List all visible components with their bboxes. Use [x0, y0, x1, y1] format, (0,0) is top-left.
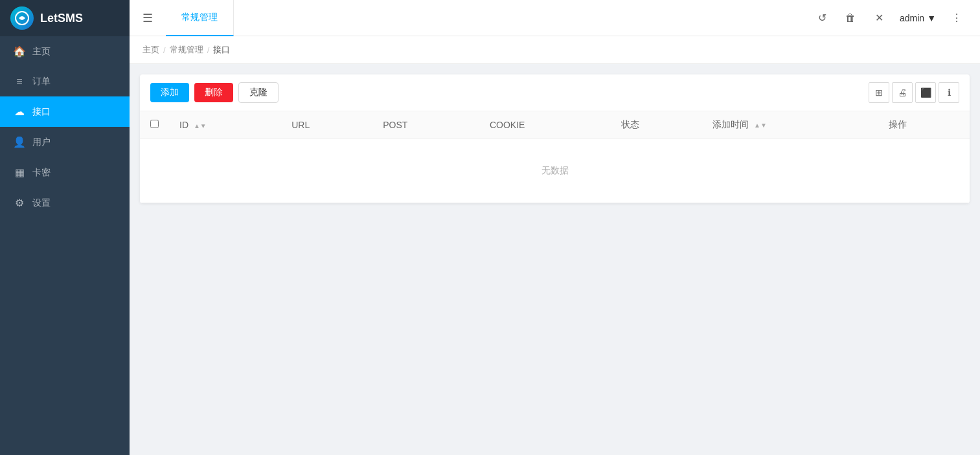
- sidebar-item-interface[interactable]: ☁ 接口: [0, 96, 130, 127]
- header-tab-label: 常规管理: [181, 12, 218, 23]
- time-sort-arrows[interactable]: ▲▼: [754, 122, 767, 129]
- menu-toggle-icon: ☰: [142, 11, 153, 25]
- close-icon: ✕: [875, 12, 883, 24]
- sidebar-item-order[interactable]: ≡ 订单: [0, 67, 130, 96]
- delete-batch-button[interactable]: 删除: [194, 83, 233, 102]
- admin-dropdown[interactable]: admin ▼: [895, 10, 941, 26]
- close-button[interactable]: ✕: [866, 5, 892, 31]
- sidebar-label-user: 用户: [32, 137, 51, 148]
- th-id: ID ▲▼: [169, 111, 281, 139]
- add-button[interactable]: 添加: [150, 83, 189, 102]
- breadcrumb-section[interactable]: 常规管理: [170, 44, 203, 56]
- empty-text: 无数据: [541, 165, 569, 175]
- sidebar: LetSMS 🏠 主页 ≡ 订单 ☁ 接口 👤 用户 ▦ 卡密 ⚙ 设置: [0, 0, 130, 455]
- grid-icon: ⊞: [875, 87, 883, 98]
- refresh-button[interactable]: ↺: [809, 5, 835, 31]
- interface-icon: ☁: [13, 105, 26, 118]
- header-actions: ↺ 🗑 ✕ admin ▼ ⋮: [809, 5, 980, 31]
- breadcrumb: 主页 / 常规管理 / 接口: [130, 36, 980, 64]
- refresh-icon: ↺: [818, 12, 826, 24]
- clone-button[interactable]: 克隆: [238, 82, 279, 103]
- main-card: 添加 删除 克隆 ⊞ 🖨 ⬛ ℹ: [140, 74, 970, 203]
- th-action: 操作: [878, 111, 970, 139]
- breadcrumb-sep-1: /: [163, 45, 166, 55]
- user-icon: 👤: [13, 136, 26, 148]
- app-name: LetSMS: [40, 12, 83, 25]
- delete-button[interactable]: 🗑: [838, 5, 863, 31]
- th-post-label: POST: [383, 120, 407, 130]
- th-url-label: URL: [291, 120, 310, 130]
- home-icon: 🏠: [13, 45, 26, 58]
- data-table: ID ▲▼ URL POST COOKIE: [140, 111, 970, 203]
- header: ☰ 常规管理 ↺ 🗑 ✕ admin ▼ ⋮: [130, 0, 980, 36]
- id-sort-arrows[interactable]: ▲▼: [194, 123, 207, 129]
- th-id-label: ID: [179, 120, 188, 130]
- th-status: 状态: [611, 111, 702, 139]
- sidebar-label-card: 卡密: [32, 167, 51, 179]
- th-cookie: COOKIE: [479, 111, 611, 139]
- table-header: ID ▲▼ URL POST COOKIE: [140, 111, 970, 139]
- settings-icon: ⚙: [13, 197, 26, 209]
- sidebar-label-order: 订单: [32, 76, 51, 87]
- more-icon: ⋮: [952, 12, 962, 24]
- sidebar-logo: LetSMS: [0, 0, 130, 36]
- toolbar: 添加 删除 克隆 ⊞ 🖨 ⬛ ℹ: [140, 74, 970, 111]
- view-grid-button[interactable]: ⊞: [869, 82, 889, 103]
- empty-row: 无数据: [140, 139, 970, 203]
- sidebar-label-interface: 接口: [32, 106, 51, 118]
- sidebar-label-home: 主页: [32, 46, 51, 58]
- breadcrumb-sep-2: /: [207, 45, 210, 55]
- table-body: 无数据: [140, 139, 970, 203]
- admin-label: admin: [900, 13, 924, 23]
- order-icon: ≡: [13, 76, 26, 87]
- info-icon: ℹ: [948, 87, 951, 98]
- logo-icon: [10, 6, 34, 30]
- th-post: POST: [372, 111, 479, 139]
- toolbar-right: ⊞ 🖨 ⬛ ℹ: [869, 82, 959, 103]
- sidebar-item-home[interactable]: 🏠 主页: [0, 36, 130, 67]
- breadcrumb-current: 接口: [213, 44, 230, 56]
- th-add-time-label: 添加时间: [712, 119, 749, 129]
- th-add-time: 添加时间 ▲▼: [702, 111, 878, 139]
- sidebar-item-settings[interactable]: ⚙ 设置: [0, 188, 130, 218]
- select-all-checkbox[interactable]: [150, 120, 159, 128]
- table-wrapper: ID ▲▼ URL POST COOKIE: [140, 111, 970, 203]
- delete-icon: 🗑: [845, 12, 856, 24]
- page-content: 添加 删除 克隆 ⊞ 🖨 ⬛ ℹ: [130, 64, 980, 455]
- th-checkbox: [140, 111, 169, 139]
- main-content: ☰ 常规管理 ↺ 🗑 ✕ admin ▼ ⋮ 主页 /: [130, 0, 980, 455]
- menu-toggle-button[interactable]: ☰: [130, 0, 166, 36]
- th-cookie-label: COOKIE: [490, 120, 525, 130]
- more-button[interactable]: ⋮: [944, 5, 970, 31]
- empty-cell: 无数据: [140, 139, 970, 203]
- th-status-label: 状态: [621, 119, 639, 129]
- header-tab-general[interactable]: 常规管理: [166, 0, 234, 36]
- breadcrumb-home[interactable]: 主页: [142, 44, 159, 56]
- view-info-button[interactable]: ℹ: [939, 82, 959, 103]
- sidebar-item-user[interactable]: 👤 用户: [0, 127, 130, 157]
- view-export-button[interactable]: ⬛: [915, 82, 936, 103]
- th-action-label: 操作: [889, 119, 907, 129]
- print-icon: 🖨: [898, 87, 907, 98]
- admin-dropdown-icon: ▼: [927, 13, 936, 23]
- sidebar-item-card[interactable]: ▦ 卡密: [0, 157, 130, 188]
- card-icon: ▦: [13, 166, 26, 179]
- view-print-button[interactable]: 🖨: [892, 82, 913, 103]
- sidebar-label-settings: 设置: [32, 197, 51, 209]
- export-icon: ⬛: [920, 87, 931, 98]
- th-url: URL: [281, 111, 372, 139]
